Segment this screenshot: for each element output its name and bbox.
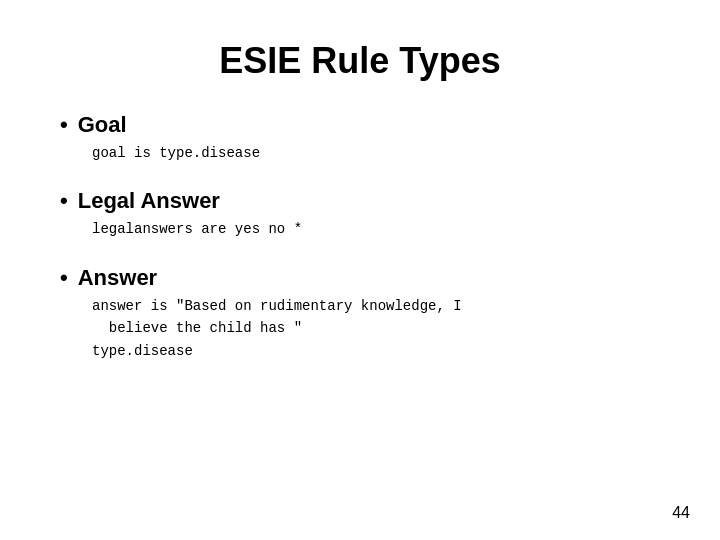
slide: ESIE Rule Types • Goal goal is type.dise… — [0, 0, 720, 540]
slide-title: ESIE Rule Types — [60, 40, 660, 82]
content-area: • Goal goal is type.disease • Legal Answ… — [60, 112, 660, 510]
answer-header: • Answer — [60, 265, 660, 291]
legal-answer-header: • Legal Answer — [60, 188, 660, 214]
legal-answer-section: • Legal Answer legalanswers are yes no * — [60, 188, 660, 240]
answer-label: Answer — [78, 265, 157, 291]
page-number: 44 — [672, 504, 690, 522]
legal-answer-code: legalanswers are yes no * — [92, 218, 660, 240]
goal-bullet: • — [60, 112, 68, 138]
goal-section: • Goal goal is type.disease — [60, 112, 660, 164]
goal-header: • Goal — [60, 112, 660, 138]
answer-section: • Answer answer is "Based on rudimentary… — [60, 265, 660, 362]
goal-code: goal is type.disease — [92, 142, 660, 164]
goal-label: Goal — [78, 112, 127, 138]
legal-answer-bullet: • — [60, 188, 68, 214]
legal-answer-label: Legal Answer — [78, 188, 220, 214]
answer-code: answer is "Based on rudimentary knowledg… — [92, 295, 660, 362]
answer-bullet: • — [60, 265, 68, 291]
